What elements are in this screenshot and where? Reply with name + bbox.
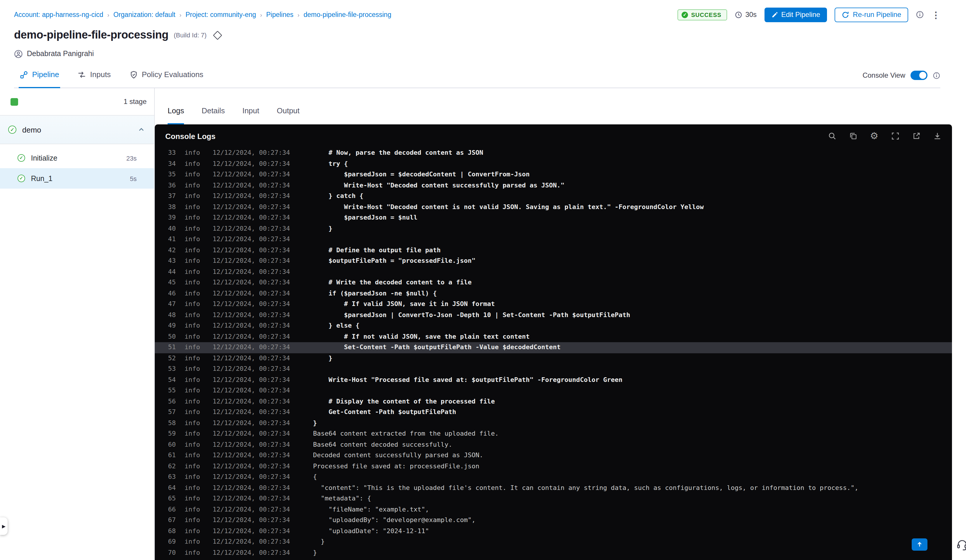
step-run-1[interactable]: ✓ Run_1 5s [0,168,154,189]
log-text: } [313,537,325,547]
info-icon[interactable] [933,72,940,79]
panel-expander[interactable]: ▶ [0,517,8,535]
scroll-to-top-button[interactable] [912,539,927,551]
log-level: info [184,374,202,385]
log-timestamp: 12/12/2024, 00:27:34 [213,169,300,180]
log-text: Decoded content successfully parsed as J… [313,450,483,461]
breadcrumb-separator: › [180,11,182,18]
log-level: info [184,169,202,180]
breadcrumb-account-link[interactable]: Account: app-harness-ng-cicd [14,11,104,18]
log-line: 68info12/12/2024, 00:27:34 "uploadDate":… [155,526,952,537]
log-line: 67info12/12/2024, 00:27:34 "uploadedBy":… [155,515,952,526]
log-timestamp: 12/12/2024, 00:27:34 [213,320,300,332]
settings-gear-icon[interactable]: ⚙ [870,131,878,141]
copy-icon[interactable] [849,132,857,140]
log-timestamp: 12/12/2024, 00:27:34 [213,278,300,288]
chevron-up-icon[interactable] [138,126,145,133]
log-timestamp: 12/12/2024, 00:27:34 [213,234,300,245]
kebab-menu-icon[interactable]: ⋮ [932,10,940,19]
log-line: 35info12/12/2024, 00:27:34 $parsedJson =… [155,169,952,180]
log-timestamp: 12/12/2024, 00:27:34 [213,191,300,202]
rerun-pipeline-label: Re-run Pipeline [853,10,901,19]
tab-pipeline[interactable]: Pipeline [19,69,61,88]
info-icon[interactable] [916,10,924,19]
log-line-number: 51 [162,342,176,353]
console-toolbar: ⚙ [828,131,941,141]
log-level: info [184,159,202,169]
support-headset-icon[interactable] [956,539,966,551]
console-view-control: Console View [863,71,940,88]
log-text: "metadata": { [313,493,371,504]
log-timestamp: 12/12/2024, 00:27:34 [213,180,300,191]
download-icon[interactable] [933,132,941,140]
stage-success-icon: ✓ [8,126,16,134]
tab-policy-evaluations[interactable]: Policy Evaluations [128,69,204,88]
stage-demo[interactable]: ✓ demo [0,116,154,144]
log-line-number: 56 [162,396,176,407]
step-details-panel: Logs Details Input Output Console Logs [155,88,966,560]
pencil-icon [771,11,778,18]
log-line: 58info12/12/2024, 00:27:34} [155,418,952,429]
search-icon[interactable] [828,132,836,140]
arrow-up-icon [916,541,923,548]
log-timestamp: 12/12/2024, 00:27:34 [213,202,300,213]
log-text: $parsedJson | ConvertTo-Json -Depth 10 |… [313,310,630,320]
breadcrumb-organization-link[interactable]: Organization: default [113,11,175,18]
log-line-number: 33 [162,148,176,159]
log-line: 55info12/12/2024, 00:27:34 [155,385,952,396]
log-line-number: 45 [162,278,176,288]
status-label: SUCCESS [691,11,721,18]
log-level: info [184,180,202,191]
open-in-new-icon[interactable] [912,132,920,140]
log-text: Base64 content extracted from the upload… [313,429,499,439]
log-lines[interactable]: 33info12/12/2024, 00:27:34 # Now, parse … [155,148,952,560]
tab-inputs[interactable]: Inputs [77,69,112,88]
log-level: info [184,461,202,472]
fullscreen-icon[interactable] [891,132,899,140]
log-level: info [184,418,202,429]
log-line-number: 64 [162,483,176,493]
breadcrumb-pipeline-link[interactable]: demo-pipeline-file-processing [304,11,391,18]
log-level: info [184,396,202,407]
breadcrumb-project-link[interactable]: Project: community-eng [186,11,256,18]
tab-logs[interactable]: Logs [168,106,184,124]
log-line-number: 35 [162,169,176,180]
edit-pipeline-button[interactable]: Edit Pipeline [764,7,827,22]
log-timestamp: 12/12/2024, 00:27:34 [213,450,300,461]
tab-output[interactable]: Output [277,106,300,124]
log-timestamp: 12/12/2024, 00:27:34 [213,213,300,223]
log-level: info [184,299,202,310]
pipeline-nav-tabs: Pipeline Inputs Policy Evaluations [14,69,204,88]
tab-details[interactable]: Details [202,106,225,124]
log-line-number: 58 [162,418,176,429]
breadcrumb-pipelines-link[interactable]: Pipelines [266,11,293,18]
log-line: 66info12/12/2024, 00:27:34 "fileName": "… [155,504,952,515]
log-text: Processed file saved at: processedFile.j… [313,461,480,472]
log-text: # Now, parse the decoded content as JSON [313,148,483,159]
log-text: } [313,547,317,558]
log-text: Set-Content -Path $outputFilePath -Value… [313,342,561,353]
log-line-number: 36 [162,180,176,191]
log-level: info [184,213,202,223]
log-level: info [184,504,202,515]
log-level: info [184,450,202,461]
log-line-number: 41 [162,234,176,245]
tab-input[interactable]: Input [242,106,259,124]
duration-value: 30s [745,10,757,19]
log-line: 62info12/12/2024, 00:27:34Processed file… [155,461,952,472]
log-line-number: 40 [162,223,176,234]
console-view-label: Console View [863,71,905,79]
step-initialize[interactable]: ✓ Initialize 23s [0,148,154,168]
log-line-number: 63 [162,472,176,483]
log-text: Write-Host "Decoded content successfully… [313,180,565,191]
log-level: info [184,223,202,234]
log-timestamp: 12/12/2024, 00:27:34 [213,385,300,396]
log-level: info [184,288,202,299]
log-text: # Write the decoded content to a file [313,278,472,288]
log-timestamp: 12/12/2024, 00:27:34 [213,310,300,320]
rerun-pipeline-button[interactable]: Re-run Pipeline [835,7,908,22]
diamond-icon[interactable] [213,30,222,39]
log-line: 64info12/12/2024, 00:27:34 "content": "T… [155,483,952,493]
log-line: 43info12/12/2024, 00:27:34 $outputFilePa… [155,256,952,266]
console-view-toggle[interactable] [910,71,927,80]
